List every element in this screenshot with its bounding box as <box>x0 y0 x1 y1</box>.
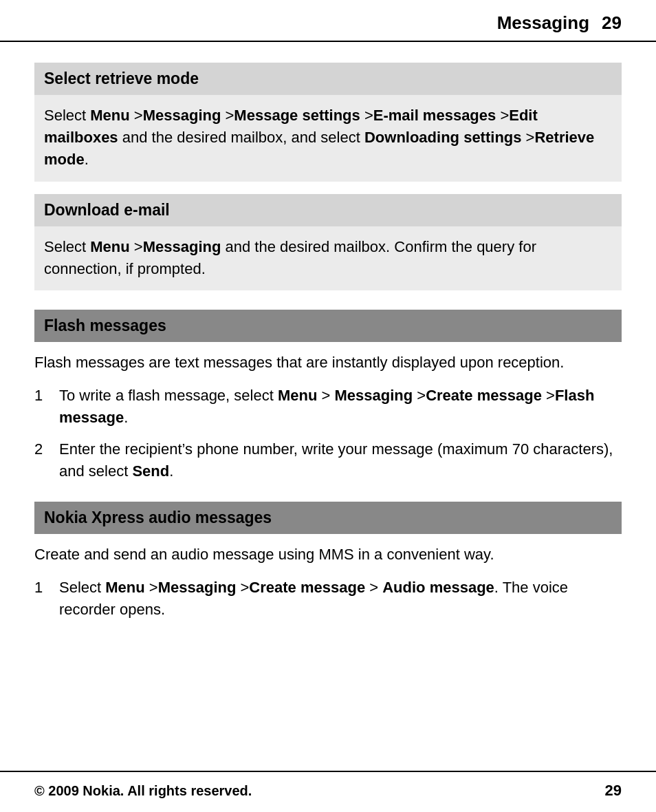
nokia-xpress-list: 1 Select Menu >Messaging >Create message… <box>34 577 622 621</box>
list-item: 1 To write a flash message, select Menu … <box>34 385 622 429</box>
list-item: 1 Select Menu >Messaging >Create message… <box>34 577 622 621</box>
nokia-xpress-intro: Create and send an audio message using M… <box>34 544 622 566</box>
page-header: Messaging 29 <box>0 0 656 42</box>
nokia-xpress-content: Create and send an audio message using M… <box>34 534 622 621</box>
email-messages-keyword: E-mail messages <box>373 107 496 124</box>
menu-keyword-2: Menu <box>90 238 129 255</box>
flash-step-2: Enter the recipient’s phone number, writ… <box>59 438 622 482</box>
create-message-kw: Create message <box>426 387 542 404</box>
flash-messages-heading: Flash messages <box>34 310 622 342</box>
select-retrieve-mode-heading: Select retrieve mode <box>34 63 622 95</box>
flash-messages-intro: Flash messages are text messages that ar… <box>34 352 622 374</box>
menu-kw: Menu <box>278 387 317 404</box>
select-retrieve-mode-title: Select retrieve mode <box>44 70 199 87</box>
menu-keyword: Menu <box>90 107 129 124</box>
header-title: Messaging <box>497 12 589 34</box>
download-email-title: Download e-mail <box>44 201 170 219</box>
nokia-xpress-title: Nokia Xpress audio messages <box>44 509 272 526</box>
page-footer: © 2009 Nokia. All rights reserved. 29 <box>0 771 656 812</box>
download-email-body: Select Menu >Messaging and the desired m… <box>34 226 622 291</box>
page: Messaging 29 Select retrieve mode Select… <box>0 0 656 812</box>
flash-messages-list: 1 To write a flash message, select Menu … <box>34 385 622 482</box>
select-retrieve-mode-group: Select retrieve mode Select Menu >Messag… <box>34 63 622 290</box>
flash-step-1: To write a flash message, select Menu > … <box>59 385 622 429</box>
messaging-kw: Messaging <box>334 387 413 404</box>
message-settings-keyword: Message settings <box>234 107 360 124</box>
list-item: 2 Enter the recipient’s phone number, wr… <box>34 438 622 482</box>
footer-page-number: 29 <box>605 782 622 800</box>
send-kw: Send <box>132 462 169 480</box>
flash-messages-title: Flash messages <box>44 317 166 334</box>
create-message-kw2: Create message <box>249 579 365 596</box>
select-retrieve-mode-body: Select Menu >Messaging >Message settings… <box>34 95 622 182</box>
flash-messages-content: Flash messages are text messages that ar… <box>34 342 622 482</box>
download-email-heading: Download e-mail <box>34 194 622 226</box>
messaging-kw2: Messaging <box>158 579 237 596</box>
nokia-xpress-section: Nokia Xpress audio messages Create and s… <box>34 502 622 621</box>
audio-message-kw: Audio message <box>382 579 494 596</box>
messaging-keyword-2: Messaging <box>143 238 221 255</box>
messaging-keyword: Messaging <box>143 107 221 124</box>
nokia-xpress-heading: Nokia Xpress audio messages <box>34 502 622 534</box>
main-content: Select retrieve mode Select Menu >Messag… <box>0 42 656 771</box>
xpress-list-number-1: 1 <box>34 577 59 599</box>
flash-messages-section: Flash messages Flash messages are text m… <box>34 310 622 482</box>
xpress-step-1: Select Menu >Messaging >Create message >… <box>59 577 622 621</box>
downloading-settings-keyword: Downloading settings <box>364 129 522 146</box>
header-page-number: 29 <box>602 12 622 34</box>
list-number-2: 2 <box>34 438 59 460</box>
menu-kw2: Menu <box>105 579 144 596</box>
footer-copyright: © 2009 Nokia. All rights reserved. <box>34 783 252 799</box>
list-number-1: 1 <box>34 385 59 407</box>
